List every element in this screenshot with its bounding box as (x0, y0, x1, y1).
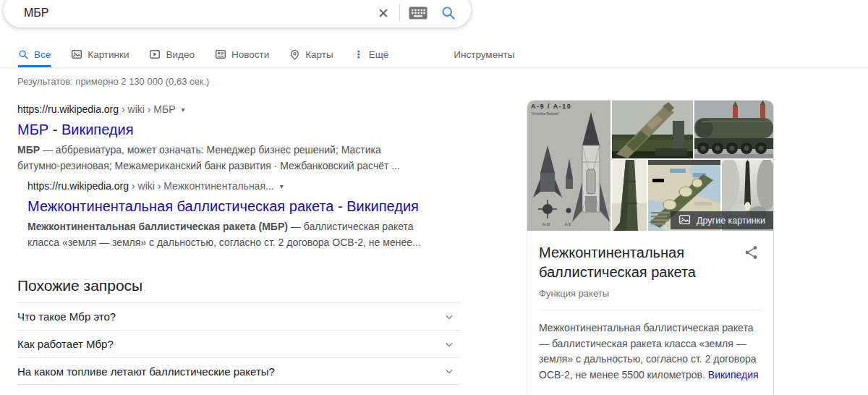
tools-button[interactable]: Инструменты (454, 42, 514, 67)
dropdown-arrow-icon[interactable]: ▾ (181, 106, 184, 114)
related-question-2-label: Как работает Мбр? (17, 338, 114, 350)
tab-video-label: Видео (166, 49, 194, 60)
more-images-label: Другие картинки (697, 216, 765, 226)
clear-icon[interactable]: ✕ (373, 7, 399, 20)
knowledge-panel-subtitle: Функция ракеты (539, 288, 762, 299)
wikipedia-link[interactable]: Википедия (708, 369, 759, 381)
svg-text:A-9: A-9 (565, 222, 571, 226)
result-2-snippet: Межконтинентальная баллистическая ракета… (27, 218, 422, 250)
related-question-1-label: Что такое Мбр это? (17, 310, 116, 323)
video-icon (149, 48, 161, 60)
tab-all-label: Все (34, 49, 51, 60)
search-submit-icon[interactable] (436, 5, 459, 21)
chevron-down-icon[interactable] (442, 337, 456, 352)
result-stats: Результатов: примерно 2 130 000 (0,63 се… (17, 76, 209, 87)
more-dots-icon: ⋮ (354, 48, 364, 60)
related-questions-heading: Похожие запросы (17, 277, 461, 294)
chevron-down-icon[interactable] (442, 364, 456, 378)
knowledge-panel: A-9 / A-10 "Amerika Rakete" (527, 100, 774, 395)
share-icon[interactable] (744, 245, 760, 263)
svg-text:A-10: A-10 (542, 222, 550, 226)
tab-video[interactable]: Видео (149, 42, 194, 67)
image-icon (678, 213, 691, 228)
search-icon (18, 49, 29, 60)
related-question-2[interactable]: Как работает Мбр? (17, 330, 461, 357)
tab-more-label: Ещё (369, 49, 389, 60)
result-1-domain: https://ru.wikipedia.org (17, 103, 119, 115)
related-question-3[interactable]: На каком топливе летают баллистические р… (17, 357, 461, 385)
maps-pin-icon (289, 49, 300, 60)
knowledge-panel-divider (539, 310, 762, 310)
tab-images[interactable]: Картинки (71, 42, 129, 67)
keyboard-icon[interactable] (400, 7, 436, 20)
related-question-1[interactable]: Что такое Мбр это? (17, 302, 461, 330)
search-result-2: https://ru.wikipedia.org › wiki › Межкон… (27, 179, 454, 250)
chevron-down-icon[interactable] (442, 310, 456, 324)
tab-maps[interactable]: Карты (289, 42, 333, 67)
kp-image-topol-transporter[interactable] (694, 101, 773, 158)
tab-all[interactable]: Все (18, 42, 51, 67)
result-1-url[interactable]: https://ru.wikipedia.org › wiki › МБР ▾ (17, 102, 451, 116)
result-1-snippet-rest: — аббревиатура, может означать: Менеджер… (17, 144, 400, 171)
knowledge-panel-description: Межконтинентальная баллистическая ракета… (527, 310, 773, 383)
result-1-breadcrumb: › wiki › МБР (119, 103, 175, 115)
knowledge-panel-title: Межконтинентальная баллистическая ракета (539, 243, 736, 282)
result-1-snippet-bold: МБР (17, 144, 40, 156)
tab-images-label: Картинки (88, 49, 129, 60)
search-tabs-bar: Все Картинки Видео (0, 42, 868, 68)
knowledge-panel-header: Межконтинентальная баллистическая ракета… (527, 231, 773, 310)
more-images-button[interactable]: Другие картинки (671, 211, 773, 229)
result-2-domain: https://ru.wikipedia.org (27, 180, 129, 192)
result-1-snippet: МБР — аббревиатура, может означать: Мене… (17, 142, 424, 174)
tab-news-label: Новости (231, 49, 269, 60)
tab-maps-label: Карты (305, 49, 333, 60)
result-2-url[interactable]: https://ru.wikipedia.org › wiki › Межкон… (27, 179, 454, 193)
a9-sublabel: "Amerika Rakete" (531, 111, 559, 116)
tab-more[interactable]: ⋮ Ещё (354, 42, 389, 67)
dropdown-arrow-icon[interactable]: ▾ (280, 182, 284, 190)
related-question-3-label: На каком топливе летают баллистические р… (17, 365, 275, 378)
search-result-1: https://ru.wikipedia.org › wiki › МБР ▾ … (17, 102, 451, 174)
result-1-title[interactable]: МБР - Википедия (17, 120, 451, 139)
result-2-title[interactable]: Межконтинентальная баллистическая ракета… (27, 197, 454, 216)
images-icon (71, 48, 82, 60)
result-2-snippet-bold: Межконтинентальная баллистическая ракета… (27, 221, 288, 232)
search-bar[interactable]: МБР ✕ (4, 0, 471, 27)
a9-label: A-9 / A-10 (531, 103, 571, 110)
knowledge-panel-image-collage: A-9 / A-10 "Amerika Rakete" (527, 101, 773, 231)
related-questions-section: Похожие запросы Что такое Мбр это? Как р… (17, 277, 461, 385)
kp-image-a9-a10-drawing[interactable]: A-9 / A-10 "Amerika Rakete" (527, 101, 610, 231)
tab-news[interactable]: Новости (215, 42, 269, 67)
news-icon (215, 48, 226, 60)
kp-image-green-missile[interactable] (612, 160, 647, 231)
search-input[interactable]: МБР (24, 7, 373, 20)
kp-image-missile-erecting[interactable] (612, 101, 693, 158)
result-2-breadcrumb: › wiki › Межконтинентальная... (129, 180, 274, 192)
